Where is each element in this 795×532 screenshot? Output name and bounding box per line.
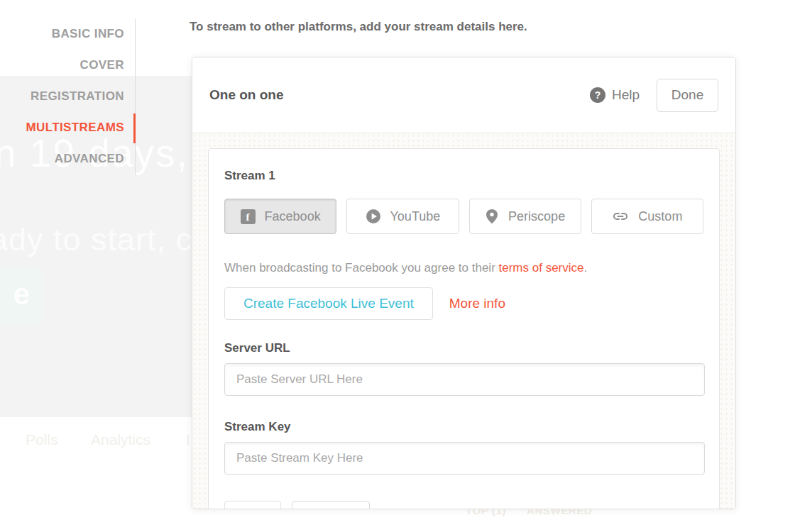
help-label: Help bbox=[612, 87, 640, 103]
facebook-action-row: Create Facebook Live Event More info bbox=[224, 287, 703, 320]
platform-button-periscope[interactable]: Periscope bbox=[469, 199, 581, 234]
background-share-button-fragment: e bbox=[0, 267, 43, 324]
platform-button-custom[interactable]: Custom bbox=[591, 199, 703, 234]
nav-item-cover[interactable]: COVER bbox=[0, 58, 124, 72]
modal-header: One on one ? Help Done bbox=[192, 57, 735, 133]
background-tab-polls: Polls bbox=[26, 431, 58, 448]
stream-title: Stream 1 bbox=[224, 169, 703, 183]
link-icon bbox=[612, 210, 629, 223]
clipped-button-2[interactable] bbox=[292, 501, 370, 509]
platform-button-youtube[interactable]: YouTube bbox=[346, 199, 459, 234]
done-button[interactable]: Done bbox=[657, 79, 718, 112]
create-facebook-live-event-button[interactable]: Create Facebook Live Event bbox=[224, 287, 433, 320]
page-description: To stream to other platforms, add your s… bbox=[190, 20, 630, 34]
help-link[interactable]: ? Help bbox=[590, 87, 640, 103]
multistream-settings-screen: n 19 days, 2 ady to start, click b e Pol… bbox=[0, 0, 795, 532]
settings-nav: BASIC INFO COVER REGISTRATION MULTISTREA… bbox=[0, 27, 124, 183]
clipped-button-row bbox=[224, 501, 703, 509]
nav-divider bbox=[135, 18, 136, 175]
platform-selector: f Facebook YouTube bbox=[224, 199, 703, 234]
youtube-icon bbox=[366, 209, 381, 224]
stream-card: Stream 1 f Facebook YouTube bbox=[208, 148, 720, 509]
platform-button-facebook[interactable]: f Facebook bbox=[224, 199, 336, 234]
event-title: One on one bbox=[209, 87, 590, 103]
server-url-label: Server URL bbox=[224, 341, 703, 355]
stream-key-label: Stream Key bbox=[224, 420, 703, 434]
nav-item-advanced[interactable]: ADVANCED bbox=[0, 152, 124, 166]
server-url-input[interactable] bbox=[224, 363, 705, 396]
nav-active-indicator bbox=[133, 113, 136, 143]
terms-of-service-link[interactable]: terms of service bbox=[499, 261, 584, 275]
nav-item-multistreams[interactable]: MULTISTREAMS bbox=[0, 121, 124, 135]
background-tab-analytics: Analytics bbox=[91, 431, 150, 448]
facebook-terms-note: When broadcasting to Facebook you agree … bbox=[224, 261, 703, 275]
background-tab-fragment: I bbox=[186, 431, 190, 448]
nav-item-basic-info[interactable]: BASIC INFO bbox=[0, 27, 124, 41]
clipped-button-1[interactable] bbox=[224, 501, 281, 509]
multistream-modal: One on one ? Help Done Stream 1 f Facebo… bbox=[192, 57, 736, 509]
facebook-icon: f bbox=[241, 209, 256, 224]
stream-key-input[interactable] bbox=[224, 442, 705, 475]
more-info-link[interactable]: More info bbox=[449, 296, 505, 311]
question-circle-icon: ? bbox=[590, 87, 605, 103]
nav-item-registration[interactable]: REGISTRATION bbox=[0, 89, 124, 104]
modal-body: Stream 1 f Facebook YouTube bbox=[192, 133, 735, 509]
periscope-icon bbox=[485, 209, 499, 224]
